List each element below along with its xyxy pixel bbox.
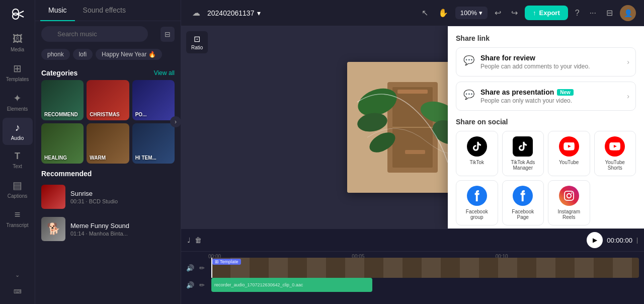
social-youtube[interactable]: YouTube [548, 131, 590, 176]
split-view-button[interactable]: ⊟ [603, 5, 616, 21]
tiktok-ads-icon [513, 136, 533, 157]
track-meme[interactable]: 🐕 Meme Funny Sound 01:14 · Manhoa Binta.… [35, 213, 181, 245]
template-badge: ⊞ Template [212, 259, 241, 265]
presentation-title: Share as presentation New [480, 88, 628, 96]
social-yt-shorts[interactable]: YouTube Shorts [594, 131, 636, 176]
text-icon: T [15, 151, 20, 162]
social-grid: TikTok TikTok Ads Manager [456, 131, 636, 225]
arrow-icon: › [627, 92, 629, 100]
social-fb-group[interactable]: Facebook group [456, 180, 498, 225]
sidebar-item-transcript[interactable]: ≡ Transcript [3, 205, 33, 232]
audio-track-clips: recorder_audio_1707212630642_clip_0.aac [211, 278, 639, 292]
review-icon: 💬 [463, 55, 474, 66]
audio-edit-icon[interactable]: ✏ [199, 281, 208, 289]
time-separator: | [636, 237, 638, 244]
filter-button[interactable]: ⊟ [160, 27, 175, 42]
play-button[interactable]: ▶ [587, 232, 603, 248]
sidebar: 🖼 Media ⊞ Templates ✦ Elements ♪ Audio T… [0, 0, 35, 304]
category-hitem[interactable]: HI TEM... [132, 123, 175, 164]
tag-happy-new-year[interactable]: Happy New Year 🔥 [96, 49, 162, 60]
categories-next-button[interactable]: › [170, 116, 181, 127]
view-all-button[interactable]: View all [154, 69, 175, 77]
category-recommend[interactable]: RECOMMEND [41, 80, 84, 120]
ratio-button[interactable]: ⊡ Ratio [186, 31, 208, 53]
category-warm[interactable]: WARM [87, 123, 129, 164]
presentation-icon: 💬 [463, 89, 474, 100]
tab-sound-effects[interactable]: Sound effects [75, 0, 134, 21]
edit-icon[interactable]: ✏ [199, 264, 208, 272]
youtube-icon [559, 136, 579, 157]
sidebar-item-keyboard[interactable]: ⌨ [3, 284, 33, 299]
video-clip[interactable]: ⊞ Template [211, 258, 639, 278]
timeline-delete-button[interactable]: 🗑 [195, 236, 202, 244]
music-search-row: 🔍 ⊟ [35, 21, 181, 47]
zoom-button[interactable]: 100% ▾ [455, 7, 488, 19]
ig-reels-label: Instagram Reels [551, 209, 587, 220]
audio-icon: ♪ [15, 122, 20, 133]
time-display: 00:00:00 [607, 237, 632, 244]
sidebar-item-captions[interactable]: ▤ Captions [3, 175, 33, 203]
category-christmas[interactable]: CHRISTMAS [87, 80, 129, 120]
sidebar-item-text[interactable]: T Text [3, 147, 33, 173]
recommended-header: Recommended [35, 164, 181, 181]
sidebar-item-templates[interactable]: ⊞ Templates [3, 58, 33, 86]
music-tabs: Music Sound effects [35, 0, 181, 21]
category-label: HEALING [44, 155, 67, 161]
track-thumbnail [41, 185, 65, 209]
pointer-tool-button[interactable]: ↖ [419, 5, 431, 21]
fb-page-label: Facebook Page [506, 209, 541, 220]
fb-page-icon [513, 186, 533, 206]
presentation-card-text: Share as presentation New People can onl… [480, 88, 628, 104]
tag-phonk[interactable]: phonk [41, 49, 70, 60]
avatar[interactable]: 👤 [620, 5, 636, 21]
new-badge: New [557, 89, 574, 96]
track-sunrise[interactable]: Sunrise 00:31 · BCD Studio [35, 181, 181, 213]
tiktok-label: TikTok [469, 160, 484, 165]
hand-tool-button[interactable]: ✋ [435, 5, 451, 21]
arrow-icon: › [627, 58, 629, 66]
review-title: Share for review [480, 54, 628, 62]
export-button[interactable]: ↑ Export [525, 6, 568, 20]
main-area: ☁ 202402061137 ▾ ↖ ✋ 100% ▾ ↩ ↪ ↑ Export… [181, 0, 644, 304]
social-ig-reels[interactable]: Instagram Reels [548, 180, 590, 225]
search-wrap: 🔍 [41, 26, 156, 42]
social-tiktok-ads[interactable]: TikTok Ads Manager [502, 131, 544, 176]
tab-music[interactable]: Music [40, 0, 75, 21]
category-label: PO... [135, 112, 147, 117]
sidebar-item-audio[interactable]: ♪ Audio [3, 118, 33, 145]
social-fb-page[interactable]: Facebook Page [502, 180, 544, 225]
project-name-button[interactable]: 202402061137 ▾ [207, 9, 261, 17]
dropdown-content: Share link 💬 Share for review People can… [448, 26, 644, 229]
category-pop[interactable]: PO... [132, 80, 175, 120]
timeline-cursor [211, 258, 212, 278]
share-as-presentation-card[interactable]: 💬 Share as presentation New People can o… [456, 82, 636, 111]
timeline-music-button[interactable]: ♩ [187, 236, 191, 244]
search-input[interactable] [41, 26, 148, 42]
audio-clip[interactable]: recorder_audio_1707212630642_clip_0.aac [211, 278, 372, 292]
social-tiktok[interactable]: TikTok [456, 131, 498, 176]
presentation-desc: People can only watch your video. [480, 97, 628, 104]
categories-header: Categories View all [35, 65, 181, 80]
upload-button[interactable]: ☁ [189, 5, 203, 21]
tags-row: phonk lofi Happy New Year 🔥 [35, 47, 181, 65]
category-label: HI TEM... [135, 155, 156, 161]
tag-lofi[interactable]: lofi [73, 49, 93, 60]
yt-shorts-label: YouTube Shorts [598, 160, 633, 171]
categories-grid: RECOMMEND CHRISTMAS PO... HEALING WARM H… [35, 80, 181, 164]
redo-button[interactable]: ↪ [508, 5, 521, 21]
share-for-review-card[interactable]: 💬 Share for review People can add commen… [456, 47, 636, 77]
tiktok-ads-label: TikTok Ads Manager [506, 160, 541, 171]
ratio-icon: ⊡ [194, 34, 200, 44]
sidebar-item-media[interactable]: 🖼 Media [3, 29, 33, 56]
sidebar-item-elements[interactable]: ✦ Elements [3, 88, 33, 116]
audio-volume-icon: 🔊 [186, 281, 196, 289]
sidebar-item-collapse[interactable]: ⌄ [3, 268, 33, 282]
category-healing[interactable]: HEALING [41, 123, 84, 164]
undo-button[interactable]: ↩ [492, 5, 504, 21]
share-dropdown: Share link 💬 Share for review People can… [448, 26, 644, 229]
more-button[interactable]: ··· [587, 6, 599, 21]
help-button[interactable]: ? [572, 6, 583, 21]
app-logo [9, 5, 27, 23]
ig-reels-icon [559, 186, 579, 206]
chevron-down-icon: ▾ [479, 9, 482, 17]
